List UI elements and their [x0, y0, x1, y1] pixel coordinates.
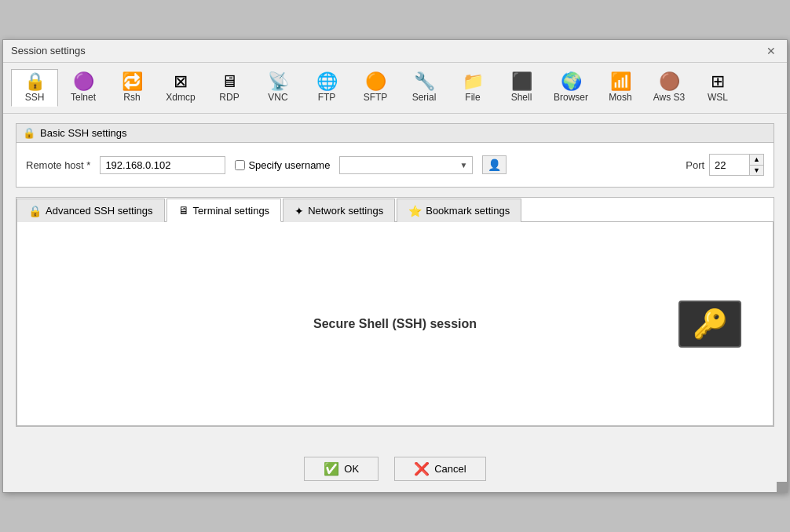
ssh-protocol-label: SSH	[25, 92, 45, 103]
ssh-lock-icon: 🔒	[23, 127, 35, 139]
tab-bookmark-icon: ⭐	[408, 205, 422, 217]
serial-protocol-label: Serial	[412, 92, 437, 103]
basic-settings-row: Remote host * Specify username ▼ 👤 Port	[16, 143, 774, 187]
protocol-item-browser[interactable]: 🌍Browser	[547, 69, 595, 107]
ssh-info: Secure Shell (SSH) session	[313, 317, 477, 331]
xdmcp-protocol-icon: ⊠	[174, 73, 188, 90]
specify-username-checkbox[interactable]	[235, 160, 245, 170]
ok-label: OK	[344, 463, 359, 475]
ftp-protocol-icon: 🌐	[316, 73, 338, 90]
content-area: 🔒 Basic SSH settings Remote host * Speci…	[3, 114, 787, 446]
tab-terminal-icon: 🖥	[178, 204, 189, 217]
telnet-protocol-icon: 🟣	[73, 73, 94, 90]
specify-username-group: Specify username	[235, 159, 330, 171]
sftp-protocol-icon: 🟠	[365, 73, 386, 90]
port-label: Port	[686, 159, 704, 171]
tab-advanced-icon: 🔒	[28, 205, 42, 217]
tabs-header: 🔒Advanced SSH settings🖥Terminal settings…	[16, 198, 774, 222]
close-button[interactable]: ✕	[763, 45, 779, 57]
rsh-protocol-icon: 🔁	[122, 73, 143, 90]
tabs-section: 🔒Advanced SSH settings🖥Terminal settings…	[16, 197, 774, 427]
port-group: Port ▲ ▼	[686, 154, 764, 176]
awss3-protocol-icon: 🟤	[659, 73, 680, 90]
xdmcp-protocol-label: Xdmcp	[166, 92, 195, 103]
tab-advanced[interactable]: 🔒Advanced SSH settings	[16, 199, 165, 222]
ok-button[interactable]: ✅ OK	[304, 457, 379, 481]
add-user-button[interactable]: 👤	[482, 155, 507, 174]
protocol-item-rdp[interactable]: 🖥RDP	[206, 69, 253, 107]
telnet-protocol-label: Telnet	[71, 92, 96, 103]
cancel-icon: ❌	[414, 461, 430, 476]
vnc-protocol-label: VNC	[268, 92, 287, 103]
tab-network-icon: ✦	[294, 205, 304, 217]
ssh-key-icon: 🔑	[678, 301, 741, 348]
port-spinner: ▲ ▼	[749, 155, 763, 175]
port-down-button[interactable]: ▼	[750, 166, 763, 176]
basic-settings-header: 🔒 Basic SSH settings	[16, 124, 774, 143]
rdp-protocol-icon: 🖥	[221, 73, 238, 90]
tab-network-label: Network settings	[308, 205, 383, 217]
protocol-bar: 🔒SSH🟣Telnet🔁Rsh⊠Xdmcp🖥RDP📡VNC🌐FTP🟠SFTP🔧S…	[3, 63, 787, 114]
serial-protocol-icon: 🔧	[414, 73, 435, 90]
vnc-protocol-icon: 📡	[268, 73, 289, 90]
protocol-item-xdmcp[interactable]: ⊠Xdmcp	[157, 69, 204, 107]
resize-handle[interactable]	[777, 482, 788, 493]
basic-ssh-settings-section: 🔒 Basic SSH settings Remote host * Speci…	[16, 123, 774, 188]
protocol-item-telnet[interactable]: 🟣Telnet	[60, 69, 107, 107]
ok-icon: ✅	[324, 461, 339, 476]
specify-username-label: Specify username	[248, 159, 330, 171]
file-protocol-icon: 📁	[463, 73, 484, 90]
protocol-item-shell[interactable]: ⬛Shell	[498, 69, 545, 107]
protocol-item-file[interactable]: 📁File	[449, 69, 496, 107]
username-dropdown[interactable]: ▼	[339, 156, 473, 174]
port-up-button[interactable]: ▲	[750, 155, 763, 166]
shell-protocol-label: Shell	[511, 92, 532, 103]
browser-protocol-label: Browser	[554, 92, 588, 103]
tab-bookmark[interactable]: ⭐Bookmark settings	[397, 199, 521, 222]
basic-settings-title: Basic SSH settings	[40, 127, 127, 139]
ssh-session-label: Secure Shell (SSH) session	[313, 317, 477, 331]
rdp-protocol-label: RDP	[219, 92, 239, 103]
rsh-protocol-label: Rsh	[123, 92, 140, 103]
username-value	[345, 159, 348, 171]
mosh-protocol-label: Mosh	[609, 92, 631, 103]
wsl-protocol-icon: ⊞	[711, 73, 725, 90]
port-input-wrap: ▲ ▼	[709, 154, 764, 176]
file-protocol-label: File	[465, 92, 480, 103]
protocol-item-mosh[interactable]: 📶Mosh	[597, 69, 644, 107]
ssh-protocol-icon: 🔒	[24, 73, 46, 90]
mosh-protocol-icon: 📶	[610, 73, 631, 90]
awss3-protocol-label: Aws S3	[653, 92, 685, 103]
protocol-item-rsh[interactable]: 🔁Rsh	[108, 69, 155, 107]
tab-advanced-label: Advanced SSH settings	[46, 205, 153, 217]
tab-bookmark-label: Bookmark settings	[426, 205, 510, 217]
protocol-item-sftp[interactable]: 🟠SFTP	[352, 69, 399, 107]
remote-host-label: Remote host *	[26, 159, 90, 171]
protocol-item-serial[interactable]: 🔧Serial	[400, 69, 448, 107]
title-bar: Session settings ✕	[3, 40, 787, 63]
protocol-item-wsl[interactable]: ⊞WSL	[694, 69, 741, 107]
tab-content: Secure Shell (SSH) session 🔑	[16, 222, 774, 426]
window-title: Session settings	[11, 45, 86, 56]
protocol-item-awss3[interactable]: 🟤Aws S3	[646, 69, 693, 107]
browser-protocol-icon: 🌍	[561, 73, 582, 90]
dropdown-arrow-icon: ▼	[460, 161, 468, 169]
sftp-protocol-label: SFTP	[364, 92, 388, 103]
cancel-button[interactable]: ❌ Cancel	[394, 457, 485, 481]
tab-terminal[interactable]: 🖥Terminal settings	[166, 199, 282, 222]
tab-network[interactable]: ✦Network settings	[283, 199, 395, 222]
remote-host-input[interactable]	[100, 156, 225, 174]
tab-terminal-label: Terminal settings	[193, 205, 270, 217]
shell-protocol-icon: ⬛	[511, 73, 532, 90]
port-input[interactable]	[710, 157, 749, 173]
bottom-bar: ✅ OK ❌ Cancel	[3, 446, 787, 492]
protocol-item-ssh[interactable]: 🔒SSH	[11, 69, 58, 107]
wsl-protocol-label: WSL	[708, 92, 728, 103]
protocol-item-ftp[interactable]: 🌐FTP	[303, 69, 350, 107]
protocol-item-vnc[interactable]: 📡VNC	[254, 69, 302, 107]
ftp-protocol-label: FTP	[318, 92, 336, 103]
cancel-label: Cancel	[434, 463, 466, 475]
